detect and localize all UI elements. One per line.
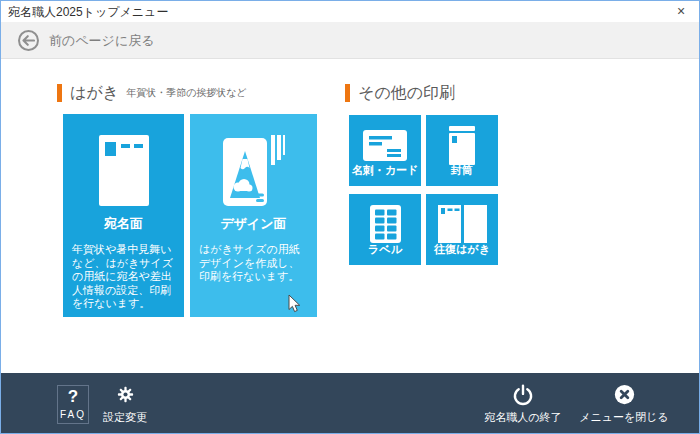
exit-label: 宛名職人の終了 — [484, 410, 561, 425]
section-header-other: その他の印刷 — [345, 83, 455, 102]
tile-label: 往復はがき — [426, 242, 498, 257]
power-icon — [512, 383, 534, 406]
tile-labels[interactable]: ラベル — [349, 194, 421, 265]
nav-bar: 前のページに戻る — [1, 22, 699, 59]
close-menu-button[interactable]: メニューを閉じる — [574, 383, 674, 425]
tile-label: 封筒 — [426, 163, 498, 178]
window-title: 宛名職人2025トップメニュー — [8, 4, 168, 21]
tile-description: はがきサイズの用紙デザインを作成し、印刷を行ないます。 — [190, 243, 317, 284]
bottom-bar: ? FAQ — [1, 373, 699, 433]
postcard-address-icon — [99, 135, 149, 207]
tile-label: 宛名面 — [104, 215, 143, 233]
back-button[interactable] — [18, 30, 39, 51]
arrow-left-icon — [22, 35, 35, 46]
section-header-hagaki: はがき 年賀状・季節の挨拶状など — [57, 83, 247, 102]
back-button-label[interactable]: 前のページに戻る — [49, 22, 155, 59]
window-close-icon[interactable]: × — [665, 1, 697, 22]
orange-accent-bar — [57, 84, 62, 102]
tile-label: ラベル — [349, 242, 421, 257]
section-title-hagaki: はがき — [70, 84, 119, 102]
label-sheet-icon — [370, 204, 401, 244]
app-window: 宛名職人2025トップメニュー × 前のページに戻る はがき 年賀状・季節の挨拶… — [0, 0, 700, 434]
section-title-other: その他の印刷 — [358, 84, 455, 102]
tile-label: デザイン面 — [220, 215, 286, 233]
faq-label: FAQ — [60, 409, 86, 420]
title-bar: 宛名職人2025トップメニュー × — [1, 1, 699, 22]
tile-envelope[interactable]: 封筒 — [426, 115, 498, 186]
tile-description: 年賀状や暑中見舞いなど、はがきサイズの用紙に宛名や差出人情報の設定、印刷を行ない… — [63, 243, 184, 311]
faq-button[interactable]: ? FAQ — [57, 385, 89, 424]
postcard-design-icon — [223, 135, 285, 207]
settings-button[interactable]: 設定変更 — [100, 383, 150, 425]
tile-address-side[interactable]: 宛名面 年賀状や暑中見舞いなど、はがきサイズの用紙に宛名や差出人情報の設定、印刷… — [63, 114, 184, 317]
gear-icon — [117, 383, 134, 406]
tile-design-side[interactable]: デザイン面 はがきサイズの用紙デザインを作成し、印刷を行ないます。 — [190, 114, 317, 317]
return-postcard-icon — [438, 204, 487, 244]
circle-x-icon — [614, 383, 635, 406]
tile-label: 名刺・カード — [349, 163, 421, 178]
tile-business-card[interactable]: 名刺・カード — [349, 115, 421, 186]
settings-label: 設定変更 — [103, 410, 147, 425]
envelope-icon — [449, 125, 475, 165]
exit-button[interactable]: 宛名職人の終了 — [473, 383, 573, 425]
orange-accent-bar — [345, 84, 350, 102]
tile-return-postcard[interactable]: 往復はがき — [426, 194, 498, 265]
business-card-icon — [363, 125, 407, 165]
close-menu-label: メニューを閉じる — [579, 410, 669, 425]
section-subtitle-hagaki: 年賀状・季節の挨拶状など — [126, 86, 247, 100]
question-icon: ? — [68, 386, 78, 408]
